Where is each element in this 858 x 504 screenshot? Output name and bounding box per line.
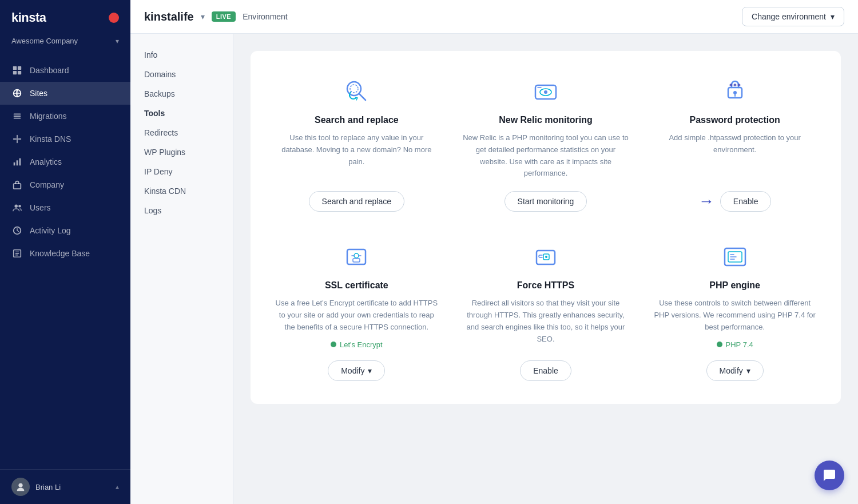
sidebar-item-migrations[interactable]: Migrations [0,105,130,128]
sidebar-item-users[interactable]: Users [0,196,130,219]
tool-card-ssl: SSL certificate Use a free Let's Encrypt… [273,239,440,380]
sub-nav-wp-plugins[interactable]: WP Plugins [130,142,233,162]
chevron-up-icon: ▴ [116,483,119,491]
site-name: kinstalife [144,10,194,23]
enable-https-button[interactable]: Enable [520,360,571,381]
company-icon [11,179,23,191]
chevron-down-icon: ▾ [368,366,372,375]
sidebar-item-dashboard-label: Dashboard [30,66,69,75]
tool-card-password-protection: ✱ ✱ ✱ Password protection Add simple .ht… [652,74,818,212]
tool-card-force-https: Force HTTPS Redirect all visitors so tha… [463,239,629,380]
start-monitoring-button[interactable]: Start monitoring [505,191,587,212]
tool-php-desc: Use these controls to switch between dif… [652,297,818,333]
svg-rect-1 [18,66,21,70]
svg-point-10 [15,205,18,208]
chevron-down-icon: ▾ [831,12,835,21]
svg-point-11 [18,205,21,208]
site-chevron-icon[interactable]: ▾ [201,12,205,21]
sidebar-item-activity-log[interactable]: Activity Log [0,219,130,242]
tool-new-relic-action: Start monitoring [505,191,587,212]
activity-icon [11,225,23,236]
page-content: Search and replace Use this tool to repl… [233,34,858,504]
svg-text:✱: ✱ [733,83,737,87]
sidebar-item-analytics-label: Analytics [30,157,62,166]
content-area: Info Domains Backups Tools Redirects WP … [130,34,858,504]
svg-point-15 [350,85,358,93]
topbar: kinstalife ▾ LIVE Environment Change env… [130,0,858,34]
user-profile[interactable]: Brian Li ▴ [0,469,130,504]
sidebar-item-analytics[interactable]: Analytics [0,150,130,173]
tool-card-new-relic: New Relic monitoring New Relic is a PHP … [463,74,629,212]
tool-password-title: Password protection [690,115,780,125]
svg-rect-7 [17,160,18,165]
avatar [11,478,30,496]
tool-php-title: PHP engine [709,280,760,291]
svg-point-5 [16,138,18,140]
enable-password-button[interactable]: Enable [720,191,772,212]
tool-ssl-title: SSL certificate [325,280,388,291]
tool-card-php: PHP engine Use these controls to switch … [652,239,818,380]
tool-new-relic-desc: New Relic is a PHP monitoring tool you c… [463,132,629,180]
tool-search-replace-title: Search and replace [315,115,399,125]
chat-button[interactable] [815,461,844,490]
sidebar-item-migrations-label: Migrations [30,112,67,121]
tool-https-action: Enable [520,360,571,381]
tool-password-action: → Enable [698,191,772,212]
sub-nav-kinsta-cdn[interactable]: Kinsta CDN [130,181,233,201]
sub-nav-domains[interactable]: Domains [130,65,233,84]
sidebar-item-knowledge-base[interactable]: Knowledge Base [0,242,130,265]
sub-nav-info[interactable]: Info [130,45,233,65]
main-content: kinstalife ▾ LIVE Environment Change env… [130,0,858,504]
sub-nav-backups[interactable]: Backups [130,84,233,104]
chevron-down-icon: ▾ [116,37,119,45]
tool-ssl-desc: Use a free Let's Encrypt certificate to … [273,297,440,333]
modify-ssl-button[interactable]: Modify ▾ [328,360,385,381]
sites-icon [11,88,23,99]
svg-text:✱: ✱ [729,83,733,87]
chevron-down-icon: ▾ [746,366,750,375]
sidebar-item-sites[interactable]: Sites [0,82,130,105]
sidebar-item-company[interactable]: Company [0,173,130,196]
sub-nav-logs[interactable]: Logs [130,201,233,220]
sidebar-item-activity-label: Activity Log [30,226,71,235]
sub-nav-redirects[interactable]: Redirects [130,123,233,142]
svg-rect-9 [14,184,21,189]
sidebar-item-users-label: Users [30,203,51,212]
sidebar-item-sites-label: Sites [30,89,47,98]
svg-rect-3 [18,71,21,74]
dashboard-icon [11,65,23,76]
tool-new-relic-title: New Relic monitoring [499,115,593,125]
svg-point-32 [545,256,547,258]
tool-password-desc: Add simple .htpasswd protection to your … [652,132,818,180]
status-dot-php [717,342,722,347]
search-replace-button[interactable]: Search and replace [309,191,404,212]
new-relic-icon [529,74,563,108]
sub-nav-ip-deny[interactable]: IP Deny [130,162,233,181]
ssl-icon [339,239,374,273]
change-environment-button[interactable]: Change environment ▾ [742,7,844,26]
arrow-right-icon: → [698,193,714,209]
logo: kinsta [11,10,46,25]
svg-point-13 [18,483,22,487]
company-name: Awesome Company [11,37,111,45]
live-badge: LIVE [212,11,236,22]
notification-badge[interactable] [109,13,119,23]
ssl-status: Let's Encrypt [331,340,383,349]
sidebar-item-dashboard[interactable]: Dashboard [0,59,130,82]
sidebar-item-dns-label: Kinsta DNS [30,134,71,144]
sidebar: kinsta Awesome Company ▾ Dashboard Sites… [0,0,130,504]
modify-php-button[interactable]: Modify ▾ [706,360,764,381]
svg-text:✱: ✱ [737,83,741,87]
migrations-icon [11,110,23,122]
php-status: PHP 7.4 [717,340,753,349]
sidebar-item-kinsta-dns[interactable]: Kinsta DNS [0,128,130,150]
force-https-icon [529,239,563,273]
sidebar-nav: Dashboard Sites Migrations Kinsta DNS [0,54,130,469]
php-icon [718,239,752,273]
status-dot [331,342,336,347]
tool-card-search-replace: Search and replace Use this tool to repl… [273,74,440,212]
company-selector[interactable]: Awesome Company ▾ [0,33,130,54]
sub-nav-tools[interactable]: Tools [130,104,233,123]
sub-sidebar: Info Domains Backups Tools Redirects WP … [130,34,233,504]
sidebar-header: kinsta [0,0,130,33]
